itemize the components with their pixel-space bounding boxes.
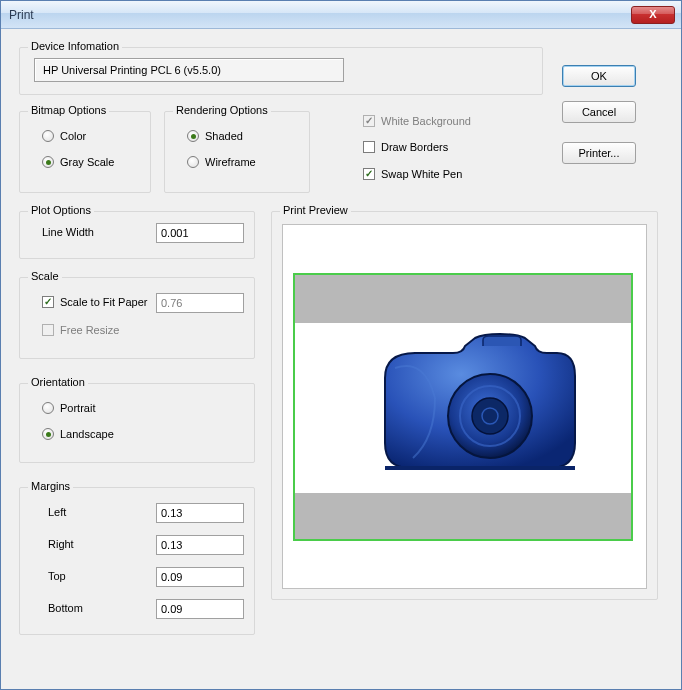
portrait-label: Portrait <box>60 402 95 414</box>
ok-button[interactable]: OK <box>562 65 636 87</box>
white-background-check: White Background <box>363 115 471 127</box>
margin-left-label: Left <box>48 506 66 518</box>
radio-icon <box>42 402 54 414</box>
scale-fit-paper-label: Scale to Fit Paper <box>60 296 147 308</box>
rendering-options-legend: Rendering Options <box>173 104 271 116</box>
free-resize-label: Free Resize <box>60 324 119 336</box>
wireframe-radio[interactable]: Wireframe <box>187 156 256 168</box>
free-resize-check: Free Resize <box>42 324 119 336</box>
bitmap-options-legend: Bitmap Options <box>28 104 109 116</box>
plot-options-group: Plot Options Line Width 0.001 <box>19 211 255 259</box>
preview-white-strip <box>295 323 631 493</box>
color-radio[interactable]: Color <box>42 130 86 142</box>
wireframe-label: Wireframe <box>205 156 256 168</box>
titlebar: Print X <box>1 1 681 29</box>
margins-group: Margins Left 0.13 Right 0.13 Top 0.09 Bo… <box>19 487 255 635</box>
radio-icon <box>42 130 54 142</box>
margin-right-input[interactable]: 0.13 <box>156 535 244 555</box>
radio-icon <box>42 428 54 440</box>
draw-borders-label: Draw Borders <box>381 141 448 153</box>
svg-point-2 <box>472 398 508 434</box>
radio-icon <box>187 156 199 168</box>
preview-page <box>293 273 633 541</box>
swap-white-pen-check[interactable]: Swap White Pen <box>363 168 462 180</box>
shaded-label: Shaded <box>205 130 243 142</box>
swap-white-pen-label: Swap White Pen <box>381 168 462 180</box>
device-name-field[interactable]: HP Universal Printing PCL 6 (v5.5.0) <box>34 58 344 82</box>
scale-value-input: 0.76 <box>156 293 244 313</box>
checkbox-icon <box>363 115 375 127</box>
margin-left-input[interactable]: 0.13 <box>156 503 244 523</box>
white-background-label: White Background <box>381 115 471 127</box>
scale-legend: Scale <box>28 270 62 282</box>
orientation-group: Orientation Portrait Landscape <box>19 383 255 463</box>
margin-bottom-input[interactable]: 0.09 <box>156 599 244 619</box>
device-info-group: Device Infomation HP Universal Printing … <box>19 47 543 95</box>
scale-fit-paper-check[interactable]: Scale to Fit Paper <box>42 296 147 308</box>
print-preview-group: Print Preview <box>271 211 658 600</box>
cancel-button[interactable]: Cancel <box>562 101 636 123</box>
printer-button[interactable]: Printer... <box>562 142 636 164</box>
window-title: Print <box>9 8 631 22</box>
svg-rect-4 <box>385 466 575 470</box>
margin-right-label: Right <box>48 538 74 550</box>
checkbox-icon <box>363 141 375 153</box>
line-width-input[interactable]: 0.001 <box>156 223 244 243</box>
bitmap-options-group: Bitmap Options Color Gray Scale <box>19 111 151 193</box>
close-button[interactable]: X <box>631 6 675 24</box>
color-label: Color <box>60 130 86 142</box>
checkbox-icon <box>42 296 54 308</box>
scale-group: Scale Scale to Fit Paper 0.76 Free Resiz… <box>19 277 255 359</box>
checkbox-icon <box>42 324 54 336</box>
margin-top-label: Top <box>48 570 66 582</box>
preview-canvas <box>282 224 647 589</box>
print-preview-legend: Print Preview <box>280 204 351 216</box>
portrait-radio[interactable]: Portrait <box>42 402 95 414</box>
device-info-legend: Device Infomation <box>28 40 122 52</box>
print-dialog: Print X Device Infomation HP Universal P… <box>0 0 682 690</box>
margin-bottom-label: Bottom <box>48 602 83 614</box>
checkbox-icon <box>363 168 375 180</box>
draw-borders-check[interactable]: Draw Borders <box>363 141 448 153</box>
radio-icon <box>187 130 199 142</box>
gray-scale-radio[interactable]: Gray Scale <box>42 156 114 168</box>
client-area: Device Infomation HP Universal Printing … <box>1 29 681 689</box>
plot-options-legend: Plot Options <box>28 204 94 216</box>
margin-top-input[interactable]: 0.09 <box>156 567 244 587</box>
margins-legend: Margins <box>28 480 73 492</box>
landscape-label: Landscape <box>60 428 114 440</box>
rendering-options-group: Rendering Options Shaded Wireframe <box>164 111 310 193</box>
radio-icon <box>42 156 54 168</box>
camera-icon <box>365 323 585 483</box>
gray-scale-label: Gray Scale <box>60 156 114 168</box>
shaded-radio[interactable]: Shaded <box>187 130 243 142</box>
landscape-radio[interactable]: Landscape <box>42 428 114 440</box>
orientation-legend: Orientation <box>28 376 88 388</box>
line-width-label: Line Width <box>42 226 94 238</box>
